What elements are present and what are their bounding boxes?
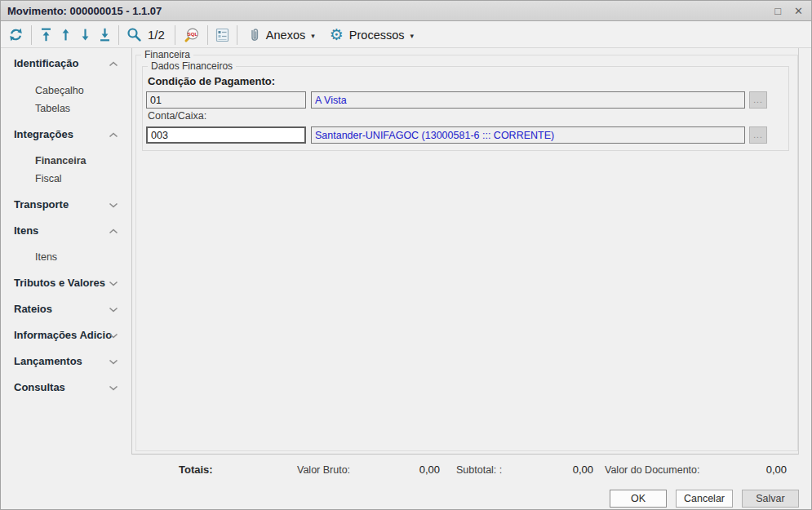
save-button[interactable]: Salvar bbox=[742, 490, 799, 508]
processos-menu-button[interactable]: ⚙ Processos ▾ bbox=[322, 24, 421, 46]
log-list-button[interactable] bbox=[212, 24, 233, 46]
sql-search-icon: SQL bbox=[183, 27, 200, 43]
close-icon[interactable]: ✕ bbox=[792, 4, 805, 18]
sidebar-item-fiscal[interactable]: Fiscal bbox=[35, 170, 125, 188]
toolbar-separator bbox=[237, 25, 237, 45]
sidebar-item-label: Transporte bbox=[14, 198, 69, 211]
sidebar-item-transporte[interactable]: Transporte bbox=[14, 196, 125, 214]
toolbar-separator bbox=[31, 25, 32, 45]
first-record-button[interactable] bbox=[36, 24, 55, 46]
refresh-button[interactable] bbox=[5, 24, 27, 46]
sidebar-item-label: Financeira bbox=[35, 155, 87, 166]
subtotal-value: 0,00 bbox=[573, 463, 593, 476]
chevron-down-icon: ▾ bbox=[410, 30, 415, 40]
sidebar-item-label: Identificação bbox=[14, 57, 78, 69]
toolbar-separator bbox=[207, 25, 208, 45]
condicao-pagamento-lookup-button[interactable]: ... bbox=[749, 91, 767, 109]
sidebar-item-label: Tributos e Valores bbox=[14, 277, 105, 289]
svg-text:SQL: SQL bbox=[188, 31, 198, 36]
sidebar-item-rateios[interactable]: Rateios bbox=[14, 300, 125, 318]
sidebar-item-financeira[interactable]: Financeira bbox=[35, 152, 125, 170]
chevron-down-icon bbox=[109, 385, 118, 391]
subtotal-label: Subtotal: : bbox=[456, 464, 502, 476]
sidebar-item-tabelas[interactable]: Tabelas bbox=[35, 100, 125, 118]
toolbar-separator bbox=[118, 25, 119, 45]
conta-caixa-label: Conta/Caixa: bbox=[148, 110, 206, 122]
sidebar-item-label: Lançamentos bbox=[14, 355, 82, 367]
arrow-down-icon bbox=[79, 27, 91, 42]
condicao-pagamento-description-field[interactable]: A Vista bbox=[311, 91, 745, 109]
sidebar-item-integracoes[interactable]: Integrações bbox=[14, 126, 125, 144]
checklist-icon bbox=[215, 28, 229, 42]
chevron-down-icon bbox=[109, 307, 118, 313]
arrow-up-icon bbox=[60, 27, 72, 42]
previous-record-button[interactable] bbox=[55, 24, 75, 46]
sidebar-item-label: Itens bbox=[14, 224, 38, 237]
financeira-groupbox: Financeira Dados Financeiros Condição de… bbox=[135, 55, 798, 451]
valor-bruto-value: 0,00 bbox=[419, 463, 440, 476]
processos-label: Processos bbox=[349, 29, 405, 42]
sidebar-nav: Identificação Cabeçalho Tabelas Integraç… bbox=[1, 48, 131, 509]
sql-search-button[interactable]: SQL bbox=[180, 24, 203, 46]
sidebar-item-identificacao[interactable]: Identificação bbox=[14, 55, 125, 73]
sidebar-item-tributos-e-valores[interactable]: Tributos e Valores bbox=[14, 274, 125, 292]
chevron-down-icon bbox=[109, 359, 118, 365]
anexos-menu-button[interactable]: Anexos ▾ bbox=[242, 24, 322, 46]
window-title: Movimento: 000000015 - 1.1.07 bbox=[7, 5, 162, 17]
search-icon bbox=[126, 27, 142, 42]
paperclip-icon bbox=[249, 27, 260, 43]
sidebar-item-lancamentos[interactable]: Lançamentos bbox=[14, 353, 125, 370]
conta-caixa-lookup-button[interactable]: ... bbox=[749, 126, 767, 144]
ok-button[interactable]: OK bbox=[610, 490, 667, 508]
valor-documento-value: 0,00 bbox=[766, 463, 787, 476]
refresh-icon bbox=[8, 27, 24, 42]
app-window: Movimento: 000000015 - 1.1.07 □ ✕ bbox=[0, 0, 812, 510]
toolbar: 1/2 SQL bbox=[1, 22, 811, 48]
conta-caixa-description-field[interactable]: Santander-UNIFAGOC (13000581-6 ::: CORRE… bbox=[311, 126, 745, 144]
next-record-button[interactable] bbox=[75, 24, 95, 46]
cancel-button[interactable]: Cancelar bbox=[676, 490, 733, 508]
sidebar-item-label: Tabelas bbox=[35, 103, 70, 114]
first-record-icon bbox=[40, 27, 52, 42]
last-record-icon bbox=[99, 27, 111, 42]
sidebar-item-label: Fiscal bbox=[35, 173, 62, 184]
valor-documento-label: Valor do Documento: bbox=[605, 464, 700, 476]
totals-title: Totais: bbox=[179, 463, 213, 476]
chevron-up-icon bbox=[109, 61, 118, 67]
content-panel: Financeira Dados Financeiros Condição de… bbox=[131, 48, 799, 455]
sidebar-item-cabecalho[interactable]: Cabeçalho bbox=[35, 82, 125, 100]
chevron-down-icon: ▾ bbox=[311, 30, 315, 40]
page-indicator: 1/2 bbox=[148, 28, 165, 42]
sidebar-item-label: Itens bbox=[35, 251, 57, 263]
chevron-down-icon bbox=[109, 202, 118, 208]
conta-caixa-code-field[interactable]: 003 bbox=[146, 126, 306, 144]
sidebar-item-itens-sub[interactable]: Itens bbox=[35, 248, 125, 266]
dados-financeiros-title: Dados Financeiros bbox=[148, 60, 236, 72]
chevron-down-icon bbox=[109, 281, 118, 286]
sidebar-item-label: Rateios bbox=[14, 303, 52, 315]
gear-icon: ⚙ bbox=[330, 27, 344, 42]
dados-financeiros-groupbox: Dados Financeiros Condição de Pagamento:… bbox=[142, 66, 789, 151]
sidebar-item-informacoes-adicionais[interactable]: Informações Adicio bbox=[14, 326, 125, 344]
maximize-icon[interactable]: □ bbox=[773, 4, 783, 18]
chevron-up-icon bbox=[109, 132, 118, 138]
valor-bruto-label: Valor Bruto: bbox=[297, 464, 350, 476]
condicao-pagamento-code-field[interactable]: 01 bbox=[146, 91, 306, 109]
search-button[interactable] bbox=[123, 24, 145, 46]
sidebar-item-label: Integrações bbox=[14, 128, 73, 140]
financeira-groupbox-title: Financeira bbox=[141, 49, 193, 60]
anexos-label: Anexos bbox=[266, 29, 305, 42]
last-record-button[interactable] bbox=[95, 24, 114, 46]
toolbar-separator bbox=[175, 25, 175, 45]
sidebar-item-label: Informações Adicio bbox=[14, 329, 112, 341]
sidebar-item-label: Cabeçalho bbox=[35, 85, 84, 96]
title-bar: Movimento: 000000015 - 1.1.07 □ ✕ bbox=[1, 1, 811, 21]
sidebar-item-itens[interactable]: Itens bbox=[14, 222, 125, 240]
chevron-down-icon bbox=[109, 333, 118, 339]
window-controls: □ ✕ bbox=[773, 4, 805, 18]
chevron-up-icon bbox=[109, 228, 118, 234]
sidebar-item-label: Consultas bbox=[14, 381, 65, 393]
condicao-pagamento-label: Condição de Pagamento: bbox=[148, 75, 275, 87]
sidebar-item-consultas[interactable]: Consultas bbox=[14, 379, 125, 397]
